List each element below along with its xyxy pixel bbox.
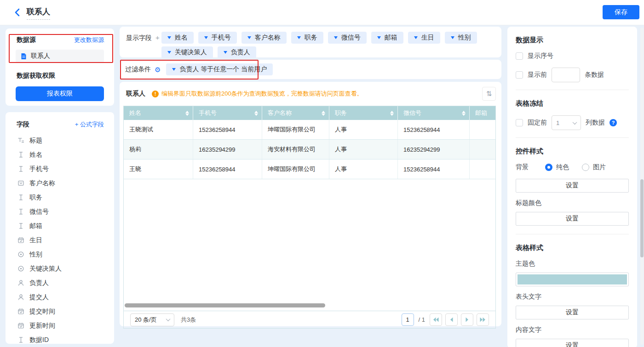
field-list-item[interactable]: 生日 — [10, 233, 109, 247]
field-list-item[interactable]: 标题 — [10, 133, 109, 148]
field-type-icon — [17, 279, 24, 286]
first-page-button[interactable] — [430, 313, 442, 326]
display-field-tag[interactable]: 微信号 — [328, 32, 367, 44]
header-text-set-button[interactable]: 设置 — [516, 306, 629, 319]
title-color-set-button[interactable]: 设置 — [516, 212, 629, 226]
chevron-down-icon — [166, 317, 171, 321]
display-field-tag[interactable]: 生日 — [408, 32, 440, 44]
table-header-cell[interactable]: 姓名 — [124, 106, 193, 120]
page-title[interactable]: 联系人 — [27, 6, 50, 20]
table-row[interactable]: 王晓 15236258944 坤曜国际有限公司 人事 15236258944 — [124, 159, 495, 179]
image-label: 图片 — [593, 163, 606, 171]
column-label: 姓名 — [129, 109, 141, 117]
display-field-tag[interactable]: 姓名 — [161, 32, 194, 44]
field-list-item[interactable]: 提交时间 — [10, 304, 109, 319]
last-page-button[interactable] — [477, 313, 489, 326]
horizontal-scrollbar[interactable] — [125, 303, 325, 307]
field-list-item[interactable]: 姓名 — [10, 148, 109, 162]
sort-order-button[interactable]: ⇅ — [482, 87, 496, 101]
filter-condition-chip[interactable]: 负责人 等于任意一个 当前用户 — [166, 63, 273, 75]
report-permission-button[interactable]: 报表权限 — [16, 86, 104, 101]
table-row[interactable]: 王晓测试 15236258944 坤曜国际有限公司 人事 15236258944 — [124, 120, 495, 140]
field-list-item[interactable]: 负责人 — [10, 276, 109, 290]
header-text-label: 表头文字 — [516, 293, 629, 301]
content-text-set-button[interactable]: 设置 — [516, 339, 629, 347]
field-list-item[interactable]: 手机号 — [10, 162, 109, 176]
field-list-item[interactable]: 提交人 — [10, 290, 109, 304]
field-label: 客户名称 — [29, 179, 55, 188]
field-list-item[interactable]: 微信号 — [10, 205, 109, 219]
show-index-checkbox[interactable] — [516, 52, 523, 60]
save-button[interactable]: 保存 — [603, 5, 639, 19]
field-label: 微信号 — [29, 208, 49, 216]
datasource-item[interactable]: 联系人 — [16, 50, 104, 63]
table-cell: 15236258944 — [398, 120, 470, 139]
field-type-icon — [17, 336, 24, 343]
table-header-cell[interactable]: 职务 — [329, 106, 398, 120]
field-list-item[interactable]: 性别 — [10, 247, 109, 262]
show-top-checkbox[interactable] — [516, 71, 523, 79]
field-type-icon — [17, 208, 24, 215]
freeze-columns-checkbox[interactable] — [516, 119, 523, 126]
current-page-input[interactable]: 1 — [402, 313, 414, 326]
table-row[interactable]: 杨莉 16235294299 海安材料有限公司 人事 16235294299 — [124, 140, 495, 159]
field-type-icon — [17, 322, 24, 329]
table-cell: 16235294299 — [193, 140, 262, 159]
freeze-count-select[interactable]: 1 — [552, 115, 581, 130]
image-radio[interactable] — [582, 164, 589, 171]
display-field-tag[interactable]: 客户名称 — [242, 32, 287, 44]
display-field-tag[interactable]: 职务 — [291, 32, 323, 44]
next-page-button[interactable] — [461, 313, 473, 326]
background-label: 背景 — [516, 163, 529, 171]
show-top-count-input[interactable] — [552, 68, 580, 82]
permission-title: 数据获取权限 — [17, 72, 104, 80]
table-cell — [470, 140, 495, 159]
show-top-suffix: 条数据 — [585, 71, 604, 79]
table-cell: 王晓测试 — [124, 120, 193, 139]
vertical-scrollbar-thumb[interactable] — [640, 179, 644, 257]
change-datasource-link[interactable]: 更改数据源 — [74, 36, 104, 44]
sort-carets-icon[interactable] — [462, 111, 466, 116]
tag-label: 微信号 — [341, 34, 361, 42]
background-set-button[interactable]: 设置 — [516, 179, 629, 193]
solid-color-radio[interactable] — [545, 164, 552, 171]
table-cell — [470, 159, 495, 179]
display-field-tag[interactable]: 性别 — [445, 32, 477, 44]
table-header-cell[interactable]: 微信号 — [398, 106, 470, 120]
tag-label: 手机号 — [212, 34, 231, 42]
display-field-tag[interactable]: 关键决策人 — [161, 46, 213, 58]
column-label: 微信号 — [403, 109, 421, 117]
back-icon[interactable] — [13, 8, 22, 17]
add-formula-field-link[interactable]: + 公式字段 — [75, 120, 104, 129]
page-size-select[interactable]: 20 条/页 — [130, 313, 174, 326]
display-field-tag[interactable]: 邮箱 — [371, 32, 403, 44]
sort-carets-icon[interactable] — [390, 111, 394, 116]
sort-carets-icon[interactable] — [322, 111, 325, 116]
solid-color-label: 纯色 — [556, 163, 569, 171]
table-header-cell[interactable]: 邮箱 — [470, 106, 495, 120]
display-field-tag[interactable]: 手机号 — [198, 32, 237, 44]
table-header-cell[interactable]: 手机号 — [193, 106, 262, 120]
preview-warning-text: 编辑界面只取数据源前200条作为查询数据预览，完整数据请访问页面查看。 — [161, 90, 363, 98]
field-list-item[interactable]: 职务 — [10, 190, 109, 205]
table-cell — [470, 120, 495, 139]
field-list-item[interactable]: 客户名称 — [10, 176, 109, 190]
field-list-item[interactable]: 邮箱 — [10, 219, 109, 233]
field-list-item[interactable]: 关键决策人 — [10, 262, 109, 276]
field-list-item[interactable]: 数据ID — [10, 333, 109, 344]
table-header-cell[interactable]: 客户名称 — [262, 106, 329, 120]
field-list-item[interactable]: 更新时间 — [10, 319, 109, 333]
display-field-tag[interactable]: 负责人 — [218, 46, 256, 58]
gear-icon[interactable]: ⚙ — [155, 66, 161, 73]
field-label: 负责人 — [29, 279, 49, 287]
sort-carets-icon[interactable] — [254, 111, 258, 116]
table-cell: 坤曜国际有限公司 — [262, 120, 329, 139]
theme-color-picker[interactable] — [516, 273, 629, 286]
sort-carets-icon[interactable] — [185, 111, 189, 116]
help-icon[interactable]: ? — [610, 119, 617, 126]
datasource-panel: 数据源 更改数据源 联系人 数据获取权限 报表权限 — [6, 28, 114, 106]
add-display-field-button[interactable]: + — [155, 34, 160, 41]
chevron-down-icon — [297, 36, 301, 39]
previous-page-button[interactable] — [445, 313, 458, 326]
chevron-down-icon — [172, 68, 176, 71]
